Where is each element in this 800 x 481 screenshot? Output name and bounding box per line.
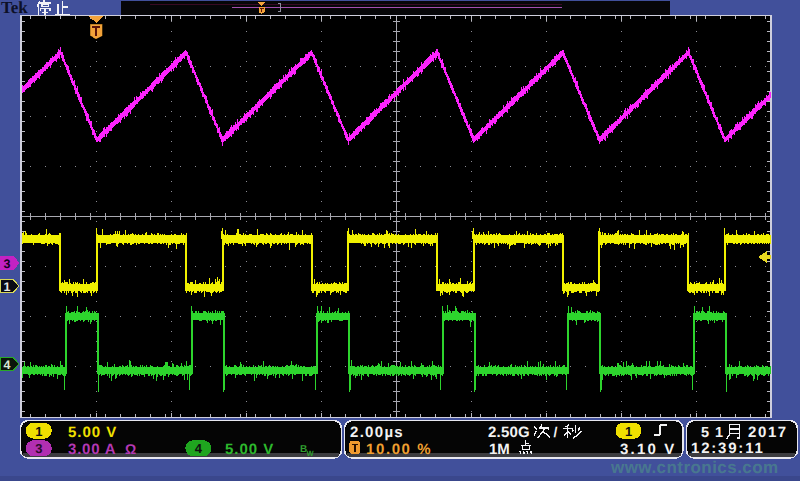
svg-text:Ω: Ω: [125, 441, 136, 457]
svg-text:12:39:11: 12:39:11: [691, 440, 765, 457]
svg-text:4: 4: [195, 441, 203, 456]
svg-text:3: 3: [35, 441, 42, 456]
svg-text:3: 3: [4, 257, 11, 271]
svg-text:3.10 V: 3.10 V: [620, 441, 677, 458]
svg-text:Tek: Tek: [1, 0, 28, 17]
svg-text:www.cntronics.com: www.cntronics.com: [610, 458, 779, 477]
svg-text:4: 4: [4, 358, 11, 372]
svg-text:5.00 V: 5.00 V: [68, 424, 117, 441]
svg-text:/: /: [554, 424, 558, 440]
svg-text:1: 1: [35, 424, 42, 439]
svg-text:3.00 A: 3.00 A: [68, 441, 116, 458]
svg-text:W: W: [307, 449, 315, 458]
svg-text:2.00µs: 2.00µs: [350, 424, 404, 441]
svg-text:1M: 1M: [489, 441, 510, 458]
svg-text:10.00 %: 10.00 %: [366, 441, 432, 458]
svg-text:2017: 2017: [748, 424, 788, 441]
svg-text:1: 1: [625, 424, 632, 439]
svg-text:1: 1: [4, 280, 11, 294]
svg-text:5.00 V: 5.00 V: [225, 441, 274, 458]
svg-text:5 1: 5 1: [701, 425, 724, 441]
svg-text:2.50G: 2.50G: [488, 424, 530, 441]
